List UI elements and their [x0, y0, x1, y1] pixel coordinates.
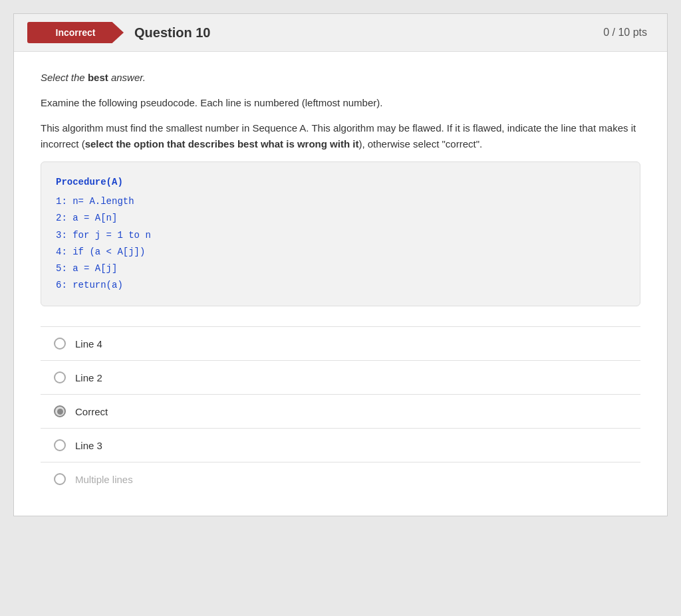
- option-row-correct[interactable]: Correct: [41, 395, 640, 429]
- option-label-multiple: Multiple lines: [75, 474, 133, 485]
- code-line-5: 5: a = A[j]: [56, 260, 625, 277]
- option-label-line2: Line 2: [75, 372, 102, 383]
- options-section: Line 4 Line 2 Correct Line 3 Multiple li…: [41, 326, 640, 496]
- option-label-correct: Correct: [75, 406, 108, 417]
- question-header: Incorrect Question 10 0 / 10 pts: [14, 14, 667, 52]
- description1: Examine the following pseudocode. Each l…: [41, 95, 640, 111]
- option-row-multiple[interactable]: Multiple lines: [41, 462, 640, 496]
- radio-correct[interactable]: [54, 405, 66, 417]
- option-row-line2[interactable]: Line 2: [41, 361, 640, 395]
- code-block: Procedure(A) 1: n= A.length 2: a = A[n] …: [41, 161, 640, 306]
- radio-multiple[interactable]: [54, 473, 66, 485]
- radio-line4[interactable]: [54, 338, 66, 350]
- question-container: Incorrect Question 10 0 / 10 pts Select …: [13, 13, 668, 516]
- code-line-6: 6: return(a): [56, 277, 625, 294]
- instruction-bold: best: [88, 72, 108, 83]
- incorrect-badge: Incorrect: [27, 22, 124, 43]
- option-label-line3: Line 3: [75, 440, 102, 451]
- code-line-1: 1: n= A.length: [56, 193, 625, 210]
- radio-line2[interactable]: [54, 371, 66, 383]
- question-body: Select the best answer. Examine the foll…: [14, 52, 667, 516]
- description2: This algorithm must find the smallest nu…: [41, 120, 640, 152]
- code-line-3: 3: for j = 1 to n: [56, 227, 625, 244]
- option-label-line4: Line 4: [75, 338, 102, 350]
- code-line-4: 4: if (a < A[j]): [56, 244, 625, 260]
- option-row-line3[interactable]: Line 3: [41, 429, 640, 462]
- radio-line3[interactable]: [54, 439, 66, 451]
- header-left: Incorrect Question 10: [27, 22, 210, 43]
- points-label: 0 / 10 pts: [603, 27, 647, 39]
- instruction-text: Select the best answer.: [41, 72, 640, 83]
- question-title: Question 10: [134, 25, 210, 41]
- option-row-line4[interactable]: Line 4: [41, 327, 640, 361]
- code-header: Procedure(A): [56, 174, 625, 191]
- description2-bold: select the option that describes best wh…: [85, 138, 359, 150]
- code-line-2: 2: a = A[n]: [56, 210, 625, 227]
